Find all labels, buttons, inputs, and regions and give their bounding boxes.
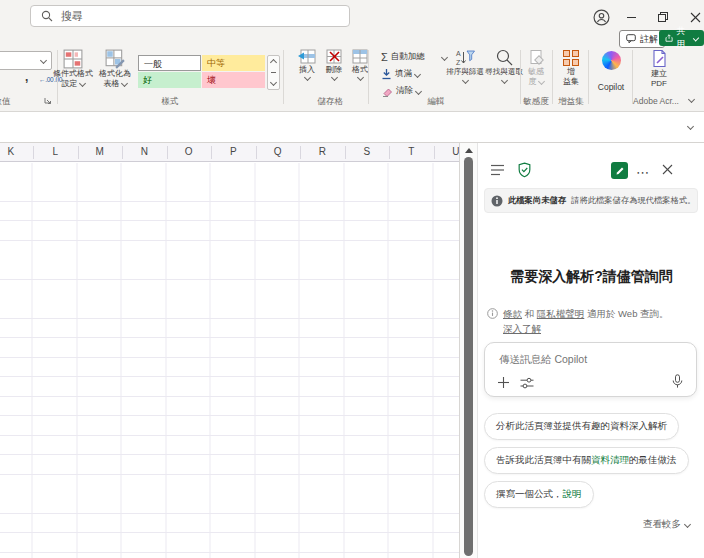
sort-filter-button[interactable]: AZ 排序與篩選 (446, 48, 484, 83)
add-attachment-icon[interactable] (497, 376, 510, 389)
sensitivity-label2: 度 (528, 77, 543, 87)
conditional-formatting-label2: 設定 (61, 79, 84, 89)
cell-style-壞[interactable]: 壞 (202, 72, 265, 88)
gallery-down-icon (270, 79, 277, 86)
format-as-table-button[interactable]: 格式化為 表格 (94, 49, 136, 89)
svg-text:Z: Z (456, 59, 461, 66)
autosum-button[interactable]: Σ 自動加總 (381, 51, 447, 63)
format-cells-button[interactable]: 格式 (347, 49, 373, 80)
style-gallery-scroll-button[interactable] (267, 55, 280, 90)
comma-style-button[interactable]: , (25, 70, 28, 84)
delete-cells-button[interactable]: 刪除 (321, 49, 347, 80)
column-header-R[interactable]: R (319, 146, 326, 157)
column-header-S[interactable]: S (363, 146, 370, 157)
title-bar-and-ribbon: 搜尋 註解 共用 , ←.00 .00→ 數值 (0, 0, 704, 112)
copilot-input-card[interactable]: 傳送訊息給 Copilot (484, 342, 697, 397)
column-header-M[interactable]: M (96, 146, 104, 157)
gallery-bar-icon (271, 72, 276, 73)
addins-label: 增 (567, 67, 575, 77)
clear-button[interactable]: 清除 (381, 85, 421, 97)
create-pdf-label2: PDF (651, 79, 667, 89)
conditional-formatting-label: 條件式格式 (53, 69, 93, 79)
create-pdf-icon (650, 49, 669, 69)
column-header-O[interactable]: O (185, 146, 193, 157)
formula-bar[interactable] (0, 112, 704, 143)
column-separator (211, 146, 212, 159)
spreadsheet-grid[interactable] (0, 163, 459, 558)
number-format-dropdown[interactable] (0, 51, 52, 70)
see-more-button[interactable]: 查看較多 (643, 518, 690, 531)
column-separator (300, 146, 301, 159)
column-header-Q[interactable]: Q (274, 146, 282, 157)
cell-style-中等[interactable]: 中等 (202, 55, 265, 71)
insert-cells-button[interactable]: 插入 (294, 49, 320, 80)
sort-filter-icon: AZ (455, 48, 475, 67)
addins-button[interactable]: 增 益集 (556, 49, 586, 87)
search-icon (41, 10, 53, 22)
chat-history-button[interactable] (491, 164, 505, 176)
column-header-N[interactable]: N (141, 146, 148, 157)
conditional-formatting-button[interactable]: 條件式格式 設定 (52, 49, 94, 89)
suggestion-chip-data-cleaning[interactable]: 告訴我此活頁簿中有關資料清理的最佳做法 (484, 447, 689, 474)
ribbon-collapse-icon[interactable] (688, 96, 695, 103)
group-separator (368, 50, 369, 104)
chevron-down-icon (330, 74, 337, 81)
column-separator (345, 146, 346, 159)
suggestion-chip-formula[interactable]: 撰寫一個公式，說明 (484, 481, 594, 508)
privacy-shield-button[interactable] (517, 162, 532, 178)
restore-icon (657, 11, 669, 23)
column-header-L[interactable]: L (52, 146, 58, 157)
copilot-input-placeholder: 傳送訊息給 Copilot (499, 353, 587, 367)
scrollbar-thumb[interactable] (464, 157, 473, 556)
column-header-U[interactable]: U (452, 146, 459, 157)
cell-style-一般[interactable]: 一般 (138, 55, 201, 71)
terms-link[interactable]: 條款 (503, 308, 522, 319)
panel-more-button[interactable]: ⋯ (636, 165, 650, 180)
style-gallery-grid: 一般中等好壞 (138, 55, 265, 88)
close-button[interactable] (684, 8, 704, 26)
chevron-down-icon (414, 70, 421, 77)
copilot-button[interactable]: Copilot (592, 51, 630, 93)
autosum-label: 自動加總 (391, 51, 425, 63)
privacy-link[interactable]: 隱私權聲明 (537, 308, 585, 319)
chip-green-text: 資料清理 (591, 454, 629, 467)
suggestion-chip-analyze[interactable]: 分析此活頁簿並提供有趣的資料深入解析 (484, 413, 679, 440)
scroll-up-icon[interactable] (465, 148, 473, 153)
column-separator (78, 146, 79, 159)
new-chat-button[interactable] (611, 162, 628, 179)
restore-button[interactable] (652, 8, 674, 26)
column-header-P[interactable]: P (230, 146, 237, 157)
format-as-table-icon (105, 49, 125, 69)
group-separator (283, 50, 284, 104)
column-header-T[interactable]: T (408, 146, 414, 157)
excel-window: 搜尋 註解 共用 , ←.00 .00→ 數值 (0, 0, 704, 558)
banner-text: 請將此檔案儲存為現代檔案格式。 (571, 195, 695, 206)
sensitivity-group-label: 敏感度 (523, 96, 549, 108)
create-pdf-button[interactable]: 建立 PDF (640, 49, 678, 89)
addins-label2: 益集 (563, 77, 579, 87)
number-dialog-launcher-icon[interactable] (44, 97, 52, 105)
minimize-button[interactable] (620, 8, 642, 26)
learn-more-link[interactable]: 深入了解 (503, 323, 541, 334)
column-header-K[interactable]: K (7, 146, 14, 157)
vertical-scrollbar[interactable] (459, 143, 477, 558)
panel-close-button[interactable] (662, 164, 673, 175)
column-separator (256, 146, 257, 159)
copilot-panel: ⋯ 此檔案尚未儲存 請將此檔案儲存為現代檔案格式。 需要深入解析?請儘管詢問 條… (477, 143, 704, 558)
account-icon[interactable] (590, 8, 612, 26)
formula-bar-expand-icon[interactable] (687, 123, 694, 130)
close-icon (690, 12, 701, 23)
sigma-icon: Σ (381, 51, 388, 63)
format-cells-icon (351, 49, 369, 65)
share-label: 共用 (676, 25, 691, 51)
search-input[interactable]: 搜尋 (30, 5, 350, 27)
find-select-button[interactable]: 尋找與選取 (486, 48, 522, 83)
cell-style-好[interactable]: 好 (138, 72, 201, 88)
see-more-label: 查看較多 (643, 518, 681, 531)
fill-button[interactable]: 填滿 (381, 68, 420, 80)
microphone-icon[interactable] (671, 374, 684, 389)
close-icon (662, 164, 673, 175)
tune-options-icon[interactable] (520, 377, 534, 389)
copilot-logo-icon (602, 51, 621, 70)
share-button[interactable]: 共用 (659, 30, 704, 46)
